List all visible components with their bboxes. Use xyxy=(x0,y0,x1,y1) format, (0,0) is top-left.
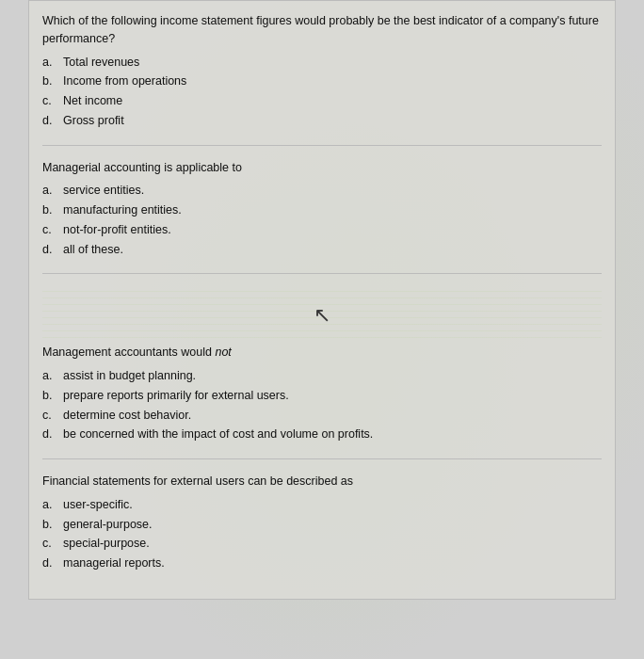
answer-item-4b: b. general-purpose. xyxy=(42,516,602,534)
answer-item-1c: c. Net income xyxy=(42,92,602,110)
answer-label-2b: b. xyxy=(42,201,63,219)
answer-text-4a: user-specific. xyxy=(63,496,133,514)
answer-text-1a: Total revenues xyxy=(63,54,139,72)
question-text-4: Financial statements for external users … xyxy=(42,473,602,490)
answer-text-2b: manufacturing entities. xyxy=(63,201,182,219)
answer-item-4a: a. user-specific. xyxy=(42,496,602,514)
answer-label-4c: c. xyxy=(42,535,63,553)
question-text-3-italic: not xyxy=(215,346,231,359)
answer-text-3c: determine cost behavior. xyxy=(63,407,191,425)
answer-text-2c: not-for-profit entities. xyxy=(63,221,171,239)
answer-text-4b: general-purpose. xyxy=(63,516,153,534)
answer-label-1d: d. xyxy=(42,112,63,130)
question-block-3: Management accountants would not a. assi… xyxy=(42,344,602,459)
answer-label-3c: c. xyxy=(42,407,63,425)
answer-list-4: a. user-specific. b. general-purpose. c.… xyxy=(42,496,602,572)
answer-item-2b: b. manufacturing entities. xyxy=(42,201,602,219)
answer-item-4c: c. special-purpose. xyxy=(42,535,602,553)
answer-item-2c: c. not-for-profit entities. xyxy=(42,221,602,239)
answer-text-3d: be concerned with the impact of cost and… xyxy=(63,426,373,443)
answer-label-3a: a. xyxy=(42,367,63,385)
answer-item-3c: c. determine cost behavior. xyxy=(42,407,602,425)
answer-item-3d: d. be concerned with the impact of cost … xyxy=(42,426,602,443)
question-text-3: Management accountants would not xyxy=(42,344,602,362)
answer-label-4a: a. xyxy=(42,496,63,514)
answer-list-1: a. Total revenues b. Income from operati… xyxy=(42,54,602,130)
answer-text-2a: service entities. xyxy=(63,182,144,200)
answer-label-2c: c. xyxy=(42,221,63,239)
cursor-icon: ↖ xyxy=(314,305,330,326)
answer-item-1d: d. Gross profit xyxy=(42,112,602,130)
answer-label-2a: a. xyxy=(42,182,63,200)
answer-list-3: a. assist in budget planning. b. prepare… xyxy=(42,367,602,443)
answer-text-1b: Income from operations xyxy=(63,72,186,90)
answer-label-1a: a. xyxy=(42,54,63,72)
answer-text-2d: all of these. xyxy=(63,241,123,259)
answer-item-2d: d. all of these. xyxy=(42,241,602,259)
answer-text-4d: managerial reports. xyxy=(63,555,165,572)
content-card: Which of the following income statement … xyxy=(28,0,616,600)
answer-label-1c: c. xyxy=(42,92,63,110)
cursor-area: ↖ xyxy=(42,287,602,344)
question-block-2: Managerial accounting is applicable to a… xyxy=(42,159,602,275)
question-text-3-before: Management accountants would xyxy=(42,346,215,359)
answer-list-2: a. service entities. b. manufacturing en… xyxy=(42,182,602,258)
answer-text-3b: prepare reports primarily for external u… xyxy=(63,387,289,405)
answer-text-4c: special-purpose. xyxy=(63,535,150,553)
answer-label-2d: d. xyxy=(42,241,63,259)
answer-text-1c: Net income xyxy=(63,92,122,110)
answer-item-3a: a. assist in budget planning. xyxy=(42,367,602,385)
answer-label-4d: d. xyxy=(42,555,63,572)
answer-text-3a: assist in budget planning. xyxy=(63,367,196,385)
answer-label-4b: b. xyxy=(42,516,63,534)
answer-label-3d: d. xyxy=(42,426,63,443)
answer-text-1d: Gross profit xyxy=(63,112,124,130)
answer-item-4d: d. managerial reports. xyxy=(42,555,602,572)
question-block-1: Which of the following income statement … xyxy=(42,12,602,146)
answer-label-1b: b. xyxy=(42,72,63,90)
answer-label-3b: b. xyxy=(42,387,63,405)
answer-item-2a: a. service entities. xyxy=(42,182,602,200)
question-text-1: Which of the following income statement … xyxy=(42,12,602,48)
question-text-2: Managerial accounting is applicable to xyxy=(42,159,602,177)
answer-item-1b: b. Income from operations xyxy=(42,72,602,90)
answer-item-3b: b. prepare reports primarily for externa… xyxy=(42,387,602,405)
question-block-4: Financial statements for external users … xyxy=(42,473,602,587)
page-container: Which of the following income statement … xyxy=(0,0,644,659)
answer-item-1a: a. Total revenues xyxy=(42,54,602,72)
